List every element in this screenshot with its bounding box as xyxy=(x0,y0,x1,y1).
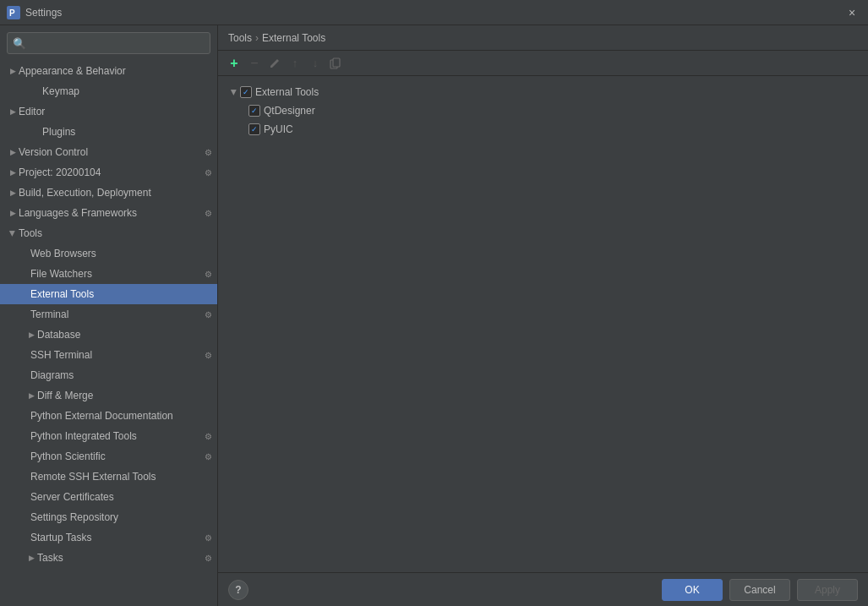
sidebar-item-label: Terminal xyxy=(30,308,202,320)
move-down-button[interactable]: ↓ xyxy=(306,54,325,73)
copy-button[interactable] xyxy=(326,54,345,73)
tree-item-pyuic[interactable]: ✓ PyUIC xyxy=(225,120,861,139)
expand-icon: ▶ xyxy=(7,65,19,77)
sidebar-item-label: Python External Documentation xyxy=(30,410,217,422)
sidebar-item-external-tools[interactable]: External Tools xyxy=(0,284,217,304)
sidebar-item-database[interactable]: ▶ Database xyxy=(0,325,217,345)
close-button[interactable]: × xyxy=(843,3,861,22)
gear-icon: ⚙ xyxy=(202,146,214,158)
sidebar-scroll: ▶ Appearance & Behavior Keymap ▶ Editor … xyxy=(0,61,217,606)
bottom-bar-inner: ? OK Cancel Apply xyxy=(228,579,858,601)
move-up-button[interactable]: ↑ xyxy=(286,54,304,73)
search-box[interactable]: 🔍 xyxy=(7,32,210,54)
sidebar-item-ssh-terminal[interactable]: SSH Terminal ⚙ xyxy=(0,345,217,365)
sidebar-item-terminal[interactable]: Terminal ⚙ xyxy=(0,304,217,325)
sidebar-item-settings-repo[interactable]: Settings Repository xyxy=(0,507,217,527)
sidebar-item-python-scientific[interactable]: Python Scientific ⚙ xyxy=(0,446,217,467)
breadcrumb-root: Tools xyxy=(228,32,252,44)
sidebar-item-label: Settings Repository xyxy=(30,511,217,523)
sidebar-item-label: Editor xyxy=(19,106,217,117)
expand-icon: ▶ xyxy=(25,390,37,401)
sidebar-item-plugins[interactable]: Plugins xyxy=(0,122,217,142)
sidebar-item-label: Version Control xyxy=(19,146,202,158)
sidebar-item-label: External Tools xyxy=(30,288,217,300)
search-icon: 🔍 xyxy=(13,37,26,50)
svg-rect-3 xyxy=(333,58,340,67)
expand-icon: ▶ xyxy=(25,329,37,341)
search-input[interactable] xyxy=(30,37,205,49)
svg-text:P: P xyxy=(9,8,15,18)
toolbar: + − ↑ ↓ xyxy=(218,51,868,76)
cancel-button[interactable]: Cancel xyxy=(729,579,790,601)
gear-icon: ⚙ xyxy=(202,268,214,280)
gear-icon: ⚙ xyxy=(202,450,214,462)
sidebar-item-diagrams[interactable]: Diagrams xyxy=(0,365,217,385)
bottom-bar: ? OK Cancel Apply xyxy=(218,572,868,606)
add-button[interactable]: + xyxy=(225,54,243,73)
gear-icon: ⚙ xyxy=(202,207,214,219)
breadcrumb: Tools › External Tools xyxy=(218,25,868,51)
apply-button[interactable]: Apply xyxy=(797,579,858,601)
tree-item-qtdesigner[interactable]: ✓ QtDesigner xyxy=(225,101,861,120)
edit-icon xyxy=(269,57,281,69)
gear-icon: ⚙ xyxy=(202,167,214,178)
help-button[interactable]: ? xyxy=(228,580,248,600)
gear-icon: ⚙ xyxy=(202,308,214,320)
sidebar-item-server-cert[interactable]: Server Certificates xyxy=(0,487,217,507)
sidebar-item-label: Build, Execution, Deployment xyxy=(19,187,217,199)
sidebar-item-appearance[interactable]: ▶ Appearance & Behavior xyxy=(0,61,217,81)
tree-checkbox-qtdesigner[interactable]: ✓ xyxy=(248,105,260,117)
sidebar-item-label: Languages & Frameworks xyxy=(19,207,202,219)
sidebar-item-keymap[interactable]: Keymap xyxy=(0,81,217,101)
sidebar-item-project[interactable]: ▶ Project: 20200104 ⚙ xyxy=(0,162,217,183)
sidebar-item-tools[interactable]: ▶ Tools xyxy=(0,223,217,243)
sidebar-item-label: Diff & Merge xyxy=(37,390,217,401)
sidebar-item-label: File Watchers xyxy=(30,268,202,280)
sidebar-item-tasks[interactable]: ▶ Tasks ⚙ xyxy=(0,548,217,568)
expand-icon: ▶ xyxy=(7,167,19,178)
remove-button[interactable]: − xyxy=(245,54,264,73)
ok-button[interactable]: OK xyxy=(662,579,723,601)
sidebar-item-label: Plugins xyxy=(42,126,217,138)
sidebar-item-editor[interactable]: ▶ Editor xyxy=(0,101,217,122)
sidebar-item-startup-tasks[interactable]: Startup Tasks ⚙ xyxy=(0,527,217,548)
sidebar-item-python-int-tools[interactable]: Python Integrated Tools ⚙ xyxy=(0,426,217,446)
tree-item-label: QtDesigner xyxy=(264,105,315,117)
sidebar-item-label: Tools xyxy=(19,227,217,239)
tree-item-label: External Tools xyxy=(255,86,319,98)
tree-checkbox-pyuic[interactable]: ✓ xyxy=(248,123,260,135)
sidebar-item-label: Keymap xyxy=(42,85,217,97)
sidebar-item-build[interactable]: ▶ Build, Execution, Deployment xyxy=(0,183,217,203)
expand-icon: ▶ xyxy=(7,106,19,117)
sidebar-item-languages[interactable]: ▶ Languages & Frameworks ⚙ xyxy=(0,203,217,223)
copy-icon xyxy=(330,57,341,69)
tree-area: ▶ ✓ External Tools ✓ QtDesigner ✓ PyUIC xyxy=(218,76,868,572)
sidebar-item-python-ext-doc[interactable]: Python External Documentation xyxy=(0,406,217,426)
sidebar-item-version-control[interactable]: ▶ Version Control ⚙ xyxy=(0,142,217,162)
sidebar-item-remote-ssh[interactable]: Remote SSH External Tools xyxy=(0,467,217,487)
sidebar-item-web-browsers[interactable]: Web Browsers xyxy=(0,243,217,264)
expand-icon: ▶ xyxy=(7,207,19,219)
sidebar-item-file-watchers[interactable]: File Watchers ⚙ xyxy=(0,264,217,284)
gear-icon: ⚙ xyxy=(202,532,214,543)
tree-item-label: PyUIC xyxy=(264,123,293,135)
tree-checkbox-external-tools[interactable]: ✓ xyxy=(240,86,252,98)
breadcrumb-separator: › xyxy=(255,32,259,44)
sidebar-item-label: Diagrams xyxy=(30,369,217,381)
main-container: 🔍 ▶ Appearance & Behavior Keymap ▶ Edito… xyxy=(0,25,868,606)
sidebar-item-label: Startup Tasks xyxy=(30,532,202,543)
tree-item-external-tools[interactable]: ▶ ✓ External Tools xyxy=(225,83,861,101)
edit-button[interactable] xyxy=(265,54,284,73)
gear-icon: ⚙ xyxy=(202,552,214,564)
expand-icon: ▶ xyxy=(7,227,19,239)
sidebar-item-label: Database xyxy=(37,329,217,341)
sidebar-item-label: SSH Terminal xyxy=(30,349,202,361)
breadcrumb-current: External Tools xyxy=(262,32,325,44)
sidebar-item-diff-merge[interactable]: ▶ Diff & Merge xyxy=(0,385,217,406)
sidebar-item-label: Python Scientific xyxy=(30,450,202,462)
gear-icon: ⚙ xyxy=(202,349,214,361)
sidebar-item-label: Appearance & Behavior xyxy=(19,65,217,77)
tree-expand-icon: ▶ xyxy=(228,86,240,98)
sidebar-item-label: Server Certificates xyxy=(30,491,217,503)
sidebar-item-label: Python Integrated Tools xyxy=(30,430,202,442)
